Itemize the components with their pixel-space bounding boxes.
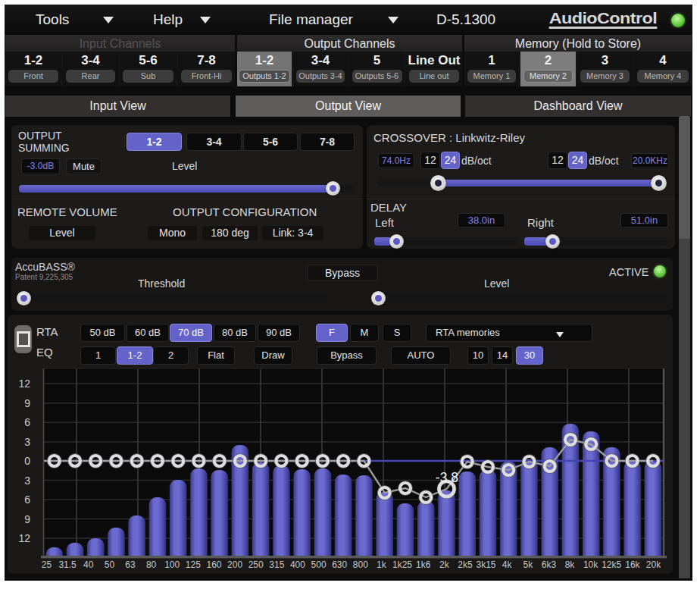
svg-text:31.5: 31.5 [58, 559, 77, 570]
svg-text:6k3: 6k3 [542, 559, 557, 570]
svg-text:8k: 8k [565, 559, 576, 570]
svg-text:500: 500 [311, 559, 327, 570]
svg-text:250: 250 [248, 559, 264, 570]
svg-text:1k: 1k [377, 559, 387, 570]
svg-text:20k: 20k [646, 559, 661, 570]
svg-text:9: 9 [24, 513, 30, 525]
svg-text:3: 3 [24, 436, 30, 448]
svg-text:3: 3 [24, 475, 30, 487]
svg-text:10k: 10k [583, 559, 598, 570]
svg-text:315: 315 [269, 559, 284, 570]
svg-text:4k: 4k [502, 559, 513, 570]
svg-text:800: 800 [353, 559, 368, 570]
svg-text:6: 6 [24, 416, 30, 428]
svg-text:6: 6 [24, 493, 30, 506]
svg-text:160: 160 [206, 559, 221, 570]
svg-text:200: 200 [227, 559, 242, 570]
svg-text:630: 630 [332, 559, 347, 570]
svg-text:1k25: 1k25 [392, 559, 412, 570]
svg-text:100: 100 [164, 559, 180, 570]
svg-text:12: 12 [18, 378, 30, 390]
svg-text:400: 400 [290, 559, 305, 570]
svg-text:16k: 16k [625, 559, 640, 570]
svg-text:12: 12 [18, 532, 30, 544]
svg-text:80: 80 [146, 559, 157, 570]
svg-text:63: 63 [125, 559, 136, 570]
svg-text:125: 125 [186, 559, 201, 570]
svg-text:2k: 2k [439, 559, 450, 570]
svg-text:9: 9 [24, 397, 30, 409]
svg-text:1k6: 1k6 [416, 559, 431, 570]
svg-text:50: 50 [105, 559, 115, 570]
svg-text:12k5: 12k5 [602, 559, 621, 570]
svg-text:3k15: 3k15 [476, 559, 495, 570]
svg-text:5k: 5k [523, 559, 533, 570]
svg-text:-3.8: -3.8 [436, 470, 458, 485]
svg-text:0: 0 [24, 455, 30, 467]
svg-text:25: 25 [42, 559, 52, 570]
svg-text:2k5: 2k5 [458, 559, 473, 570]
svg-text:40: 40 [83, 559, 94, 570]
